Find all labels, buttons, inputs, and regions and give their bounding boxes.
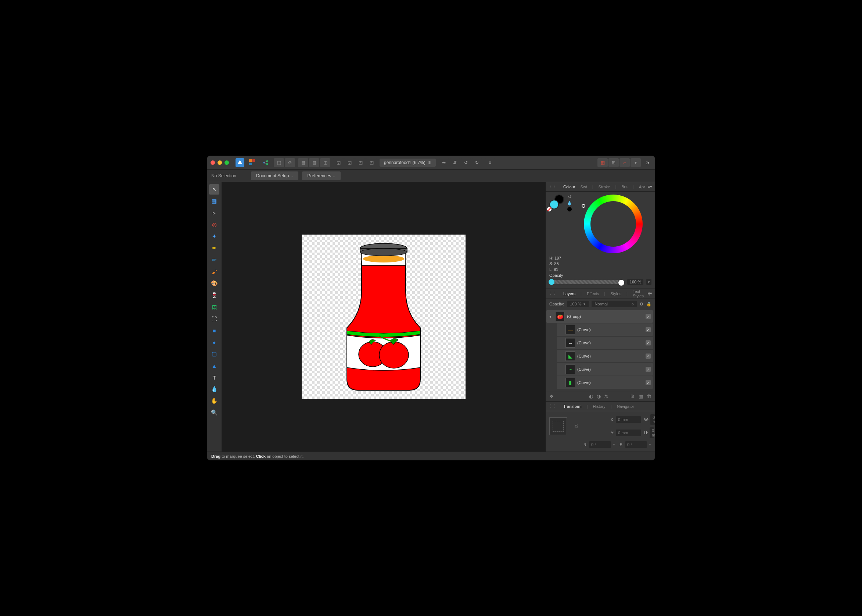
y-field[interactable]: 0 mm bbox=[616, 429, 641, 436]
tool-node[interactable]: ▹ bbox=[209, 208, 219, 218]
layer-row[interactable]: ▼🍅(Group)✓ bbox=[546, 310, 653, 323]
tool-glass[interactable]: 🍷 bbox=[209, 290, 219, 300]
h-field[interactable]: 0 mm bbox=[649, 427, 654, 438]
tool-text[interactable]: T bbox=[209, 372, 219, 382]
tab-navigator[interactable]: Navigator bbox=[617, 404, 634, 409]
tab-layers[interactable]: Layers bbox=[563, 291, 575, 296]
tool-crop[interactable]: ⛶ bbox=[209, 314, 219, 324]
panel-grip-icon[interactable]: ⋮⋮ bbox=[548, 404, 557, 409]
tool-corner[interactable]: ◎ bbox=[209, 220, 219, 230]
layer-row[interactable]: ~(Curve)✓ bbox=[557, 363, 653, 376]
panel-grip-icon[interactable]: ⋮⋮ bbox=[548, 184, 557, 189]
adjustment-icon[interactable]: ◑ bbox=[597, 394, 601, 399]
snap-bounds-icon[interactable]: ⊞ bbox=[608, 158, 619, 167]
arrange-icon[interactable]: ≡ bbox=[485, 158, 495, 167]
tab-styles[interactable]: Styles bbox=[610, 291, 621, 296]
document-setup-button[interactable]: Document Setup… bbox=[251, 171, 298, 180]
fullscreen-window-button[interactable] bbox=[224, 160, 229, 165]
minimize-window-button[interactable] bbox=[217, 160, 222, 165]
x-field[interactable]: 0 mm bbox=[616, 416, 641, 423]
layer-list[interactable]: ▼🍅(Group)✓—(Curve)✓⌣(Curve)✓◣(Curve)✓~(C… bbox=[546, 310, 655, 391]
layer-visibility-checkbox[interactable]: ✓ bbox=[646, 314, 651, 319]
tab-effects[interactable]: Effects bbox=[587, 291, 599, 296]
tool-pen[interactable]: ✒ bbox=[209, 243, 219, 253]
tool-pencil[interactable]: ✏ bbox=[209, 255, 219, 265]
tool-brush[interactable]: 🖌 bbox=[209, 267, 219, 277]
mask-icon[interactable]: ◐ bbox=[589, 394, 593, 399]
layer-row[interactable]: —(Curve)✓ bbox=[557, 324, 653, 336]
add-layer-icon[interactable]: 🗎 bbox=[630, 394, 635, 399]
select-edges-icon[interactable]: ▥ bbox=[309, 158, 319, 167]
no-colour-icon[interactable] bbox=[547, 207, 552, 211]
disclosure-icon[interactable]: ▼ bbox=[548, 314, 553, 319]
flip-h-icon[interactable]: ⇋ bbox=[439, 158, 449, 167]
flip-v-icon[interactable]: ⇵ bbox=[450, 158, 460, 167]
preferences-button[interactable]: Preferences… bbox=[302, 171, 340, 180]
opacity-value-field[interactable]: 100 % bbox=[627, 279, 643, 285]
layer-row[interactable]: ▮(Curve)✓ bbox=[557, 376, 653, 389]
tool-hand[interactable]: ✋ bbox=[209, 396, 219, 406]
colour-wells[interactable] bbox=[549, 195, 564, 209]
move-back-icon[interactable]: ◱ bbox=[333, 158, 344, 167]
colour-wheel[interactable] bbox=[584, 195, 643, 253]
s-field[interactable]: 0 ° bbox=[625, 441, 647, 448]
tab-swatches[interactable]: Swt bbox=[580, 185, 587, 189]
align-distribute-icon[interactable]: ⊘ bbox=[285, 158, 295, 167]
layer-row[interactable]: ◣(Curve)✓ bbox=[557, 350, 653, 362]
rotate-ccw-icon[interactable]: ↺ bbox=[461, 158, 471, 167]
align-center-icon[interactable]: ⬚ bbox=[274, 158, 284, 167]
r-field[interactable]: 0 ° bbox=[589, 441, 611, 448]
layer-visibility-checkbox[interactable]: ✓ bbox=[646, 354, 651, 359]
tool-place-image[interactable]: 🖼 bbox=[209, 302, 219, 312]
tool-rectangle[interactable]: ■ bbox=[209, 325, 219, 336]
document-title-tab[interactable]: gennarofood1 (6.7%) ✱ bbox=[380, 159, 436, 167]
snap-magnet-icon[interactable]: ⌐ bbox=[619, 158, 630, 167]
link-dimensions-icon[interactable]: ⛓ bbox=[574, 424, 606, 428]
tool-triangle[interactable]: ▲ bbox=[209, 360, 219, 371]
layers-settings-icon[interactable]: ⚙ bbox=[640, 302, 643, 306]
opacity-dropdown-icon[interactable]: ▾ bbox=[646, 279, 651, 285]
tool-eyedropper[interactable]: 💧 bbox=[209, 384, 219, 394]
move-forward-icon[interactable]: ◳ bbox=[355, 158, 366, 167]
tool-rounded-rect[interactable]: ▢ bbox=[209, 349, 219, 359]
close-window-button[interactable] bbox=[211, 160, 215, 165]
anchor-origin-widget[interactable] bbox=[549, 417, 567, 435]
grid-icon[interactable]: ▦ bbox=[597, 158, 608, 167]
move-backward-icon[interactable]: ◲ bbox=[344, 158, 355, 167]
artboard[interactable] bbox=[302, 234, 465, 399]
w-field[interactable]: 0 mm bbox=[650, 414, 655, 425]
panel-grip-icon[interactable]: ⋮⋮ bbox=[548, 291, 557, 296]
move-front-icon[interactable]: ◰ bbox=[366, 158, 377, 167]
colour-triangle[interactable] bbox=[593, 204, 633, 244]
layers-multi-icon[interactable]: ❖ bbox=[549, 394, 554, 399]
eyedropper-mini-icon[interactable]: 💧 bbox=[567, 201, 572, 206]
canvas-viewport[interactable] bbox=[222, 182, 546, 451]
tab-transform[interactable]: Transform bbox=[563, 404, 581, 409]
tab-colour[interactable]: Colour bbox=[563, 185, 575, 189]
tool-fill[interactable]: 🎨 bbox=[209, 278, 219, 289]
opacity-slider[interactable] bbox=[549, 280, 624, 284]
layer-visibility-checkbox[interactable]: ✓ bbox=[646, 340, 651, 346]
layers-lock-icon[interactable]: 🔒 bbox=[646, 302, 651, 306]
select-box-icon[interactable]: ▦ bbox=[298, 158, 308, 167]
add-pixel-layer-icon[interactable]: ▦ bbox=[638, 394, 643, 399]
layer-visibility-checkbox[interactable]: ✓ bbox=[646, 380, 651, 385]
tab-appearance[interactable]: Apr bbox=[639, 185, 645, 189]
layer-visibility-checkbox[interactable]: ✓ bbox=[646, 327, 651, 332]
toolbar-overflow-button[interactable]: » bbox=[644, 159, 651, 166]
colour-panel-menu-icon[interactable]: ≡▾ bbox=[648, 184, 652, 189]
fx-icon[interactable]: fx bbox=[604, 394, 608, 399]
swap-colours-icon[interactable]: ↺ bbox=[568, 195, 571, 200]
layers-panel-menu-icon[interactable]: ≡▾ bbox=[648, 291, 652, 296]
tool-ellipse[interactable]: ● bbox=[209, 337, 219, 347]
hue-handle[interactable] bbox=[581, 204, 585, 208]
layer-visibility-checkbox[interactable]: ✓ bbox=[646, 367, 651, 372]
blend-mode-dropdown[interactable]: Normal◇ bbox=[592, 301, 637, 307]
snap-options-dropdown[interactable]: ▾ bbox=[630, 158, 641, 167]
layer-row[interactable]: ⌣(Curve)✓ bbox=[557, 336, 653, 349]
tool-artboard[interactable]: ▦ bbox=[209, 196, 219, 206]
share-icon[interactable] bbox=[260, 158, 271, 167]
delete-layer-icon[interactable]: 🗑 bbox=[647, 394, 651, 399]
tool-point-transform[interactable]: ✦ bbox=[209, 231, 219, 242]
tab-brushes[interactable]: Brs bbox=[621, 185, 627, 189]
